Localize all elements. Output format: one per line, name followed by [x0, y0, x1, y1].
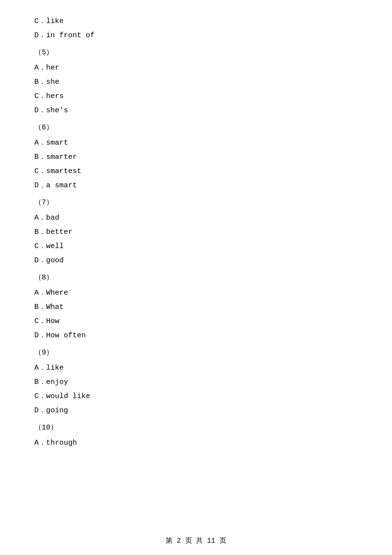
option: D．going [29, 404, 363, 417]
question-number: （10） [29, 421, 363, 434]
option: D．a smart [29, 179, 363, 192]
option: C．How [29, 315, 363, 328]
option: C．well [29, 240, 363, 253]
option: C．like [29, 15, 363, 28]
option: B．What [29, 301, 363, 314]
option: A．bad [29, 211, 363, 225]
option: A．Where [29, 286, 363, 300]
option: A．smart [29, 136, 363, 150]
option: C．would like [29, 390, 363, 403]
question-number: （6） [29, 121, 363, 134]
option: C．smartest [29, 165, 363, 178]
option: A．like [29, 361, 363, 375]
option: B．better [29, 226, 363, 239]
option: B．she [29, 76, 363, 89]
option: A．her [29, 61, 363, 75]
option: B．enjoy [29, 376, 363, 389]
option: D．How often [29, 329, 363, 342]
question-number: （9） [29, 346, 363, 359]
option: C．hers [29, 90, 363, 103]
page-footer: 第 2 页 共 11 页 [0, 536, 392, 545]
page-content: C．likeD．in front of（5）A．herB．sheC．hersD．… [0, 0, 392, 480]
option: D．she's [29, 104, 363, 117]
question-number: （7） [29, 196, 363, 209]
option: B．smarter [29, 151, 363, 164]
option: A．through [29, 436, 363, 450]
option: D．good [29, 254, 363, 267]
question-number: （5） [29, 46, 363, 59]
question-number: （8） [29, 271, 363, 284]
option: D．in front of [29, 29, 363, 42]
